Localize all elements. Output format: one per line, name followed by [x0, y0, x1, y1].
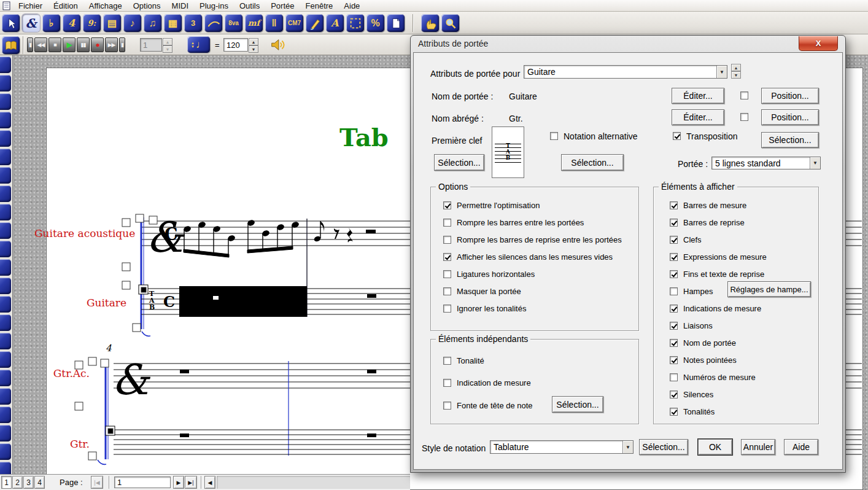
- break-barlines-checkbox[interactable]: [443, 219, 451, 227]
- staff-label-guitare-acoustique[interactable]: Guitare acoustique: [34, 227, 126, 239]
- ignore-key-signatures-checkbox[interactable]: [443, 305, 451, 313]
- time-signature-tool-button[interactable]: 4: [63, 14, 80, 32]
- cancel-button[interactable]: Annuler: [741, 439, 775, 455]
- alt-notation-checkbox[interactable]: [550, 132, 558, 140]
- rests-checkbox[interactable]: [670, 391, 678, 399]
- measure-tool-button[interactable]: ▤: [103, 14, 121, 32]
- position-full-name-button[interactable]: Position...: [761, 88, 819, 104]
- layer-2-button[interactable]: 2: [12, 476, 23, 489]
- hyperscribe-tool-button[interactable]: ▦: [164, 14, 182, 32]
- repeat-bars-checkbox[interactable]: [670, 219, 678, 227]
- left-tool-button[interactable]: [0, 351, 11, 368]
- edit-abbr-name-button[interactable]: Éditer...: [672, 109, 724, 125]
- spinner-down-icon[interactable]: ▼: [731, 71, 741, 79]
- layer-3-button[interactable]: 3: [23, 476, 34, 489]
- menu-affichage[interactable]: Affichage: [83, 0, 128, 12]
- page-view-button[interactable]: [2, 36, 20, 54]
- close-button[interactable]: X: [799, 36, 838, 51]
- horizontal-scrollbar[interactable]: [217, 476, 410, 489]
- left-tool-button[interactable]: [0, 93, 11, 110]
- left-tool-button[interactable]: [0, 370, 11, 386]
- expression-tool-button[interactable]: mf: [245, 14, 263, 32]
- measure-numbers-checkbox[interactable]: [670, 373, 678, 381]
- pointer-tool-button[interactable]: [2, 14, 20, 32]
- page-layout-tool-button[interactable]: [387, 14, 405, 32]
- measure-expressions-checkbox[interactable]: [670, 253, 678, 261]
- clef-tool-button[interactable]: 9:: [83, 14, 101, 32]
- independent-time-checkbox[interactable]: [443, 379, 451, 387]
- tempo-spinner[interactable]: ▲ ▼: [249, 38, 258, 53]
- left-tool-button[interactable]: [0, 149, 11, 165]
- notation-style-combobox[interactable]: Tablature ▼: [490, 440, 634, 454]
- left-tool-button[interactable]: [0, 112, 11, 128]
- counter-spinner[interactable]: ▲ ▼: [163, 38, 172, 53]
- edit-full-name-button[interactable]: Éditer...: [672, 88, 724, 104]
- left-tool-button[interactable]: [0, 388, 11, 405]
- chord-tool-button[interactable]: CM7: [285, 14, 303, 32]
- left-tool-button[interactable]: [0, 56, 11, 73]
- notation-style-select-button[interactable]: Sélection...: [639, 439, 688, 455]
- time-signatures-checkbox[interactable]: [670, 305, 678, 313]
- left-tool-button[interactable]: [0, 462, 11, 474]
- scroll-left-button[interactable]: ◀: [204, 476, 215, 489]
- abbr-name-independent-checkbox[interactable]: [740, 113, 748, 121]
- clefs-checkbox[interactable]: [670, 236, 678, 244]
- page-input[interactable]: [114, 476, 171, 488]
- menu-aide[interactable]: Aide: [338, 0, 365, 12]
- left-tool-button[interactable]: [0, 185, 11, 202]
- hand-grabber-tool-button[interactable]: [421, 14, 439, 32]
- staff-label-gtr-ac[interactable]: Gtr.Ac.: [23, 367, 90, 379]
- menu-outils[interactable]: Outils: [234, 0, 265, 12]
- hide-staff-checkbox[interactable]: [443, 287, 451, 295]
- speedy-entry-tool-button[interactable]: ♫: [144, 14, 161, 32]
- menu-plugins[interactable]: Plug-ins: [194, 0, 234, 12]
- repeat-tool-button[interactable]: ‖: [265, 14, 283, 32]
- left-tool-button[interactable]: [0, 314, 11, 331]
- position-abbr-name-button[interactable]: Position...: [761, 109, 819, 125]
- fast-forward-button[interactable]: ▶▶: [105, 37, 118, 52]
- staff-label-guitare[interactable]: Guitare: [34, 297, 126, 309]
- full-name-independent-checkbox[interactable]: [740, 91, 748, 99]
- key-signature-tool-button[interactable]: ♭: [42, 14, 60, 32]
- notehead-font-checkbox[interactable]: [443, 402, 451, 410]
- pause-button[interactable]: ▮▮: [77, 37, 90, 52]
- mirror-tool-button[interactable]: %: [366, 14, 384, 32]
- stems-checkbox[interactable]: [670, 287, 678, 295]
- simple-entry-tool-button[interactable]: ♪: [123, 14, 141, 32]
- stem-settings-button[interactable]: Réglages de hampe...: [727, 281, 811, 297]
- menu-options[interactable]: Options: [128, 0, 166, 12]
- flat-beams-checkbox[interactable]: [443, 270, 451, 278]
- break-repeat-barlines-checkbox[interactable]: [443, 236, 451, 244]
- left-tool-button[interactable]: [0, 443, 11, 460]
- left-tool-button[interactable]: [0, 222, 11, 239]
- zoom-tool-button[interactable]: [441, 14, 459, 32]
- menu-fenetre[interactable]: Fenêtre: [300, 0, 339, 12]
- left-tool-button[interactable]: [0, 130, 11, 147]
- menu-midi[interactable]: MIDI: [166, 0, 194, 12]
- left-tool-button[interactable]: [0, 204, 11, 220]
- menu-portee[interactable]: Portée: [265, 0, 300, 12]
- staff-tool-button[interactable]: &: [22, 14, 40, 32]
- stop-button[interactable]: ■: [48, 37, 61, 52]
- clef-preview[interactable]: T A B: [492, 126, 524, 178]
- text-tool-button[interactable]: A: [326, 14, 344, 32]
- alt-notation-select-button[interactable]: Sélection...: [561, 154, 624, 171]
- key-signatures-checkbox[interactable]: [670, 408, 678, 416]
- menu-edition[interactable]: Édition: [48, 0, 83, 12]
- go-to-end-button[interactable]: ▮: [119, 37, 125, 52]
- dropdown-arrow-icon[interactable]: ▼: [716, 66, 727, 78]
- spinner-up-icon[interactable]: ▲: [731, 64, 741, 71]
- clef-select-button[interactable]: Sélection...: [434, 154, 484, 171]
- dropdown-arrow-icon[interactable]: ▼: [622, 441, 633, 453]
- articulation-tool-button[interactable]: [306, 14, 324, 32]
- barlines-checkbox[interactable]: [670, 201, 678, 209]
- staff-lines-combobox[interactable]: 5 lignes standard ▼: [711, 157, 821, 169]
- show-rests-empty-measures-checkbox[interactable]: [443, 253, 451, 261]
- allow-optimization-checkbox[interactable]: [443, 201, 451, 209]
- counter-field[interactable]: [140, 38, 162, 52]
- left-tool-button[interactable]: [0, 296, 11, 313]
- ok-button[interactable]: OK: [698, 439, 732, 455]
- play-button[interactable]: ▶: [63, 37, 76, 52]
- spinner-down-icon[interactable]: ▼: [249, 45, 258, 53]
- spinner-up-icon[interactable]: ▲: [249, 38, 258, 45]
